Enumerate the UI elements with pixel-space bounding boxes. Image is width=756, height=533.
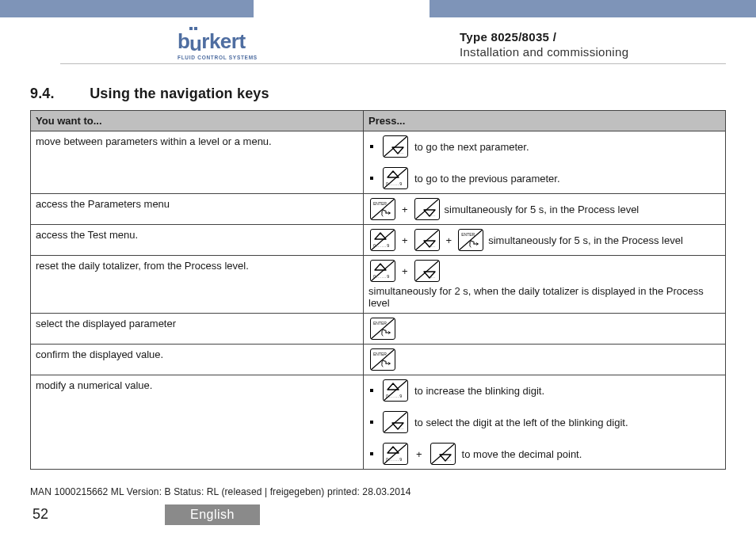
header-divider [60, 63, 726, 64]
want-cell: modify a numerical value. [31, 375, 364, 470]
key-down-icon: ····· [414, 198, 440, 220]
press-cell: ENTER + ····· simultaneously for 5 s, in… [364, 194, 726, 225]
want-cell: access the Test menu. [31, 225, 364, 256]
key-up-icon: 0......9 [383, 167, 408, 189]
section-title: Using the navigation keys [90, 86, 269, 101]
table-row: select the displayed parameter ENTER [31, 314, 726, 345]
press-list-item: ····· to select the digit at the left of… [368, 411, 720, 433]
plus-joiner: + [400, 265, 410, 277]
press-text: simultaneously for 5 s, in the Process l… [445, 204, 640, 215]
section-heading: 9.4. Using the navigation keys [30, 86, 726, 102]
table-row: modify a numerical value. 0......9 to in… [31, 375, 726, 470]
key-enter-icon: ENTER [370, 198, 395, 220]
key-up-icon: 0......9 [370, 260, 395, 282]
press-text: to increase the blinking digit. [414, 385, 544, 397]
press-text: to go the next parameter. [414, 141, 529, 153]
key-09-label: 0......9 [373, 274, 390, 279]
plus-joiner: + [400, 204, 410, 215]
key-down-icon: ····· [430, 443, 456, 465]
key-enter-icon: ENTER [458, 229, 483, 251]
press-list-item: ····· to go the next parameter. [368, 135, 720, 158]
doc-type-line: Type 8025/8035 / [460, 30, 628, 44]
key-enter-label: ENTER [373, 321, 387, 326]
key-enter-label: ENTER [373, 201, 387, 206]
key-enter-icon: ENTER [370, 348, 395, 371]
table-row: move between parameters within a level o… [31, 131, 726, 194]
press-cell: ENTER [364, 314, 726, 345]
want-cell: move between parameters within a level o… [31, 131, 364, 194]
press-text: simultaneously for 2 s, when the daily t… [368, 285, 720, 309]
plus-joiner: + [414, 448, 424, 460]
key-09-label: 0......9 [386, 394, 403, 398]
brand-logo: b u rkert FLUID CONTROL SYSTEMS [178, 27, 281, 60]
bullet-icon [370, 421, 373, 424]
key-enter-label: ENTER [373, 352, 387, 356]
bullet-icon [370, 145, 373, 148]
press-cell: ····· to go the next parameter. 0......9… [364, 131, 726, 194]
want-cell: confirm the displayed value. [31, 345, 364, 375]
press-cell: 0......9 + ····· simultaneously for 2 s,… [364, 256, 726, 314]
key-09-label: 0......9 [386, 181, 403, 186]
key-down-icon: ····· [414, 260, 440, 282]
logo-rest: rkert [201, 29, 245, 53]
brand-tagline: FLUID CONTROL SYSTEMS [178, 55, 281, 60]
bullet-icon [370, 177, 373, 180]
press-text: to select the digit at the left of the b… [414, 417, 628, 428]
bullet-icon [370, 389, 373, 392]
plus-joiner: + [445, 234, 454, 246]
table-row: access the Test menu. 0......9 + ····· +… [31, 225, 726, 256]
press-text: to go to the previous parameter. [414, 173, 560, 185]
press-list-item: 0......9 + ····· to move the decimal poi… [368, 443, 720, 465]
want-cell: select the displayed parameter [31, 314, 364, 345]
key-down-icon: ····· [383, 135, 408, 158]
key-up-icon: 0......9 [383, 443, 408, 465]
navigation-keys-table: You want to... Press... move between par… [30, 110, 726, 470]
press-list-item: 0......9 to increase the blinking digit. [368, 379, 720, 402]
press-cell: ENTER [364, 345, 726, 375]
col-header-press: Press... [364, 111, 726, 131]
key-09-label: 0......9 [373, 243, 390, 248]
print-metadata: MAN 1000215662 ML Version: B Status: RL … [30, 486, 411, 497]
want-cell: access the Parameters menu [31, 194, 364, 225]
press-text: to move the decimal point. [462, 448, 582, 460]
doc-section-line: Installation and commissioning [460, 45, 628, 59]
key-up-icon: 0......9 [370, 229, 395, 251]
key-down-icon: ····· [383, 411, 408, 433]
logo-letter-b: b [178, 29, 189, 53]
plus-joiner: + [400, 234, 410, 246]
key-enter-label: ENTER [461, 232, 475, 237]
table-row: reset the daily totalizer, from the Proc… [31, 256, 726, 314]
table-row: access the Parameters menu ENTER + ·····… [31, 194, 726, 225]
key-enter-icon: ENTER [370, 318, 395, 340]
press-cell: 0......9 to increase the blinking digit.… [364, 375, 726, 470]
key-down-icon: ····· [414, 229, 440, 251]
table-row: confirm the displayed value. ENTER [31, 345, 726, 375]
press-text: simultaneously for 5 s, in the Process l… [488, 234, 683, 246]
section-number: 9.4. [30, 86, 86, 102]
press-cell: 0......9 + ····· + ENTER simultaneously … [364, 225, 726, 256]
key-09-label: 0......9 [386, 457, 403, 462]
language-badge: English [165, 504, 260, 525]
key-up-icon: 0......9 [383, 379, 408, 402]
press-list-item: 0......9 to go to the previous parameter… [368, 167, 720, 189]
page-number: 52 [32, 506, 48, 523]
want-cell: reset the daily totalizer, from the Proc… [31, 256, 364, 314]
bullet-icon [370, 452, 373, 455]
col-header-want: You want to... [31, 111, 364, 131]
